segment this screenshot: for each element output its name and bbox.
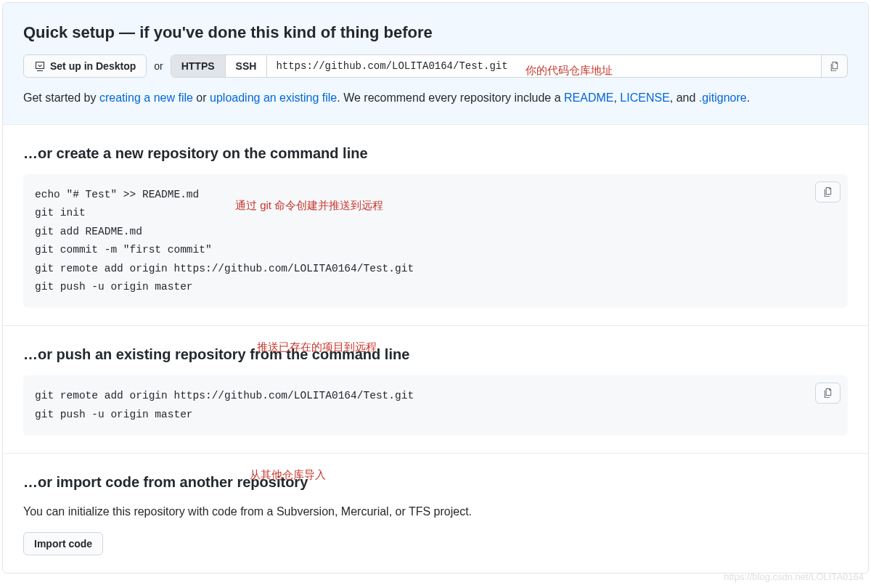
setup-row: Set up in Desktop or HTTPS SSH [23, 54, 848, 78]
copy-url-button[interactable] [822, 54, 848, 78]
watermark: https://blog.csdn.net/LOLITA0164 [724, 570, 864, 576]
push-existing-title: …or push an existing repository from the… [23, 343, 848, 365]
clipboard-icon [822, 187, 833, 197]
protocol-tabs: HTTPS SSH [171, 54, 268, 78]
push-existing-code: git remote add origin https://github.com… [23, 375, 848, 436]
copy-create-code-button[interactable] [815, 181, 841, 203]
https-tab[interactable]: HTTPS [171, 55, 225, 77]
get-started-text: Get started by creating a new file or up… [23, 89, 848, 107]
import-code-section: 从其他仓库导入 …or import code from another rep… [3, 454, 868, 573]
repo-empty-state: Quick setup — if you've done this kind o… [2, 2, 869, 573]
or-text: or [154, 59, 163, 74]
create-repo-section: …or create a new repository on the comma… [3, 125, 868, 326]
create-repo-code: echo "# Test" >> README.md git init git … [23, 174, 848, 308]
clipboard-icon [829, 61, 840, 72]
license-link[interactable]: LICENSE [620, 91, 669, 104]
quick-setup-title: Quick setup — if you've done this kind o… [23, 20, 848, 44]
annotation-url: 你的代码仓库地址 [526, 62, 613, 79]
create-repo-title: …or create a new repository on the comma… [23, 142, 848, 164]
clone-url-group: HTTPS SSH [171, 54, 848, 78]
annotation-import: 从其他仓库导入 [250, 467, 326, 483]
setup-desktop-button[interactable]: Set up in Desktop [23, 54, 147, 78]
gitignore-link[interactable]: .gitignore [699, 91, 747, 104]
import-code-description: You can initialize this repository with … [23, 503, 848, 520]
annotation-push: 推送已存在的项目到远程 [257, 339, 377, 356]
import-code-button[interactable]: Import code [23, 532, 103, 555]
upload-file-link[interactable]: uploading an existing file [210, 91, 337, 104]
setup-desktop-label: Set up in Desktop [50, 60, 136, 72]
clipboard-icon [822, 388, 833, 399]
quick-setup-panel: Quick setup — if you've done this kind o… [3, 3, 868, 125]
readme-link[interactable]: README [564, 91, 613, 104]
copy-push-code-button[interactable] [815, 383, 841, 404]
ssh-tab[interactable]: SSH [225, 55, 267, 77]
push-existing-section: 推送已存在的项目到远程 …or push an existing reposit… [3, 326, 868, 454]
import-code-title: …or import code from another repository [23, 471, 848, 493]
create-file-link[interactable]: creating a new file [99, 91, 193, 104]
annotation-create: 通过 git 命令创建并推送到远程 [235, 197, 383, 214]
desktop-download-icon [34, 60, 46, 72]
